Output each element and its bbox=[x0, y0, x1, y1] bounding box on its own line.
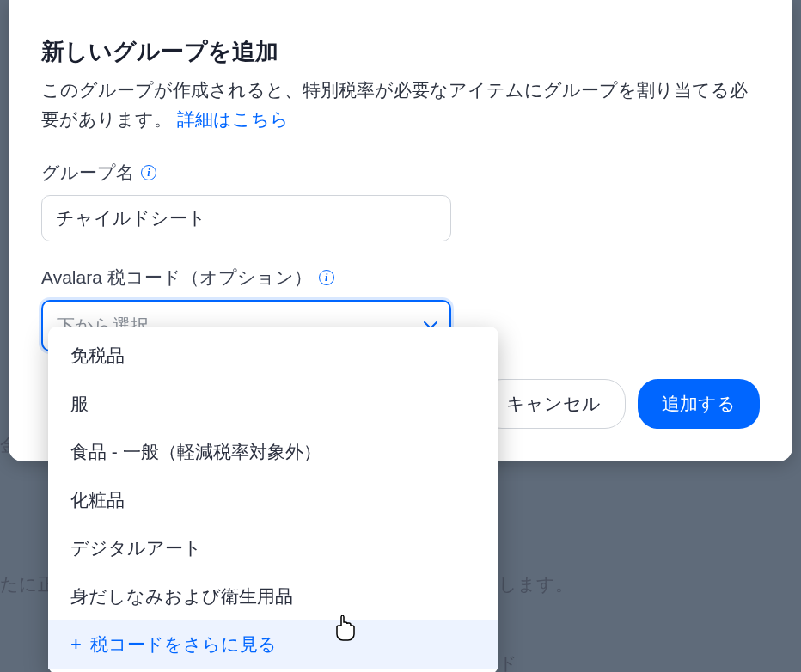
dropdown-option[interactable]: 身だしなみおよび衛生用品 bbox=[48, 572, 498, 620]
tax-code-dropdown: 免税品 服 食品 - 一般（軽減税率対象外） 化粧品 デジタルアート 身だしなみ… bbox=[48, 327, 498, 672]
modal-description: このグループが作成されると、特別税率が必要なアイテムにグループを割り当てる必要が… bbox=[41, 76, 760, 133]
plus-icon: + bbox=[70, 633, 82, 656]
see-more-codes[interactable]: + 税コードをさらに見る bbox=[48, 620, 498, 669]
cancel-button[interactable]: キャンセル bbox=[481, 379, 626, 429]
info-icon[interactable]: i bbox=[141, 165, 156, 180]
dropdown-option[interactable]: 免税品 bbox=[48, 332, 498, 380]
group-name-input[interactable] bbox=[41, 195, 451, 241]
bg-text: ド bbox=[498, 651, 517, 672]
tax-code-label-text: Avalara 税コード（オプション） bbox=[41, 266, 312, 290]
submit-button[interactable]: 追加する bbox=[638, 379, 760, 429]
dropdown-option[interactable]: 服 bbox=[48, 380, 498, 428]
learn-more-link[interactable]: 詳細はこちら bbox=[177, 109, 289, 129]
dropdown-option[interactable]: 食品 - 一般（軽減税率対象外） bbox=[48, 428, 498, 476]
info-icon[interactable]: i bbox=[319, 270, 334, 285]
bg-text: します。 bbox=[498, 572, 573, 596]
see-more-label: 税コードをさらに見る bbox=[90, 632, 277, 657]
group-name-label-text: グループ名 bbox=[41, 161, 134, 185]
modal-description-text: このグループが作成されると、特別税率が必要なアイテムにグループを割り当てる必要が… bbox=[41, 80, 748, 129]
modal-title: 新しいグループを追加 bbox=[41, 36, 760, 67]
group-name-label: グループ名 i bbox=[41, 161, 760, 185]
dropdown-option[interactable]: デジタルアート bbox=[48, 524, 498, 572]
group-name-field: グループ名 i bbox=[41, 161, 760, 241]
dropdown-option[interactable]: 化粧品 bbox=[48, 476, 498, 524]
tax-code-label: Avalara 税コード（オプション） i bbox=[41, 266, 760, 290]
